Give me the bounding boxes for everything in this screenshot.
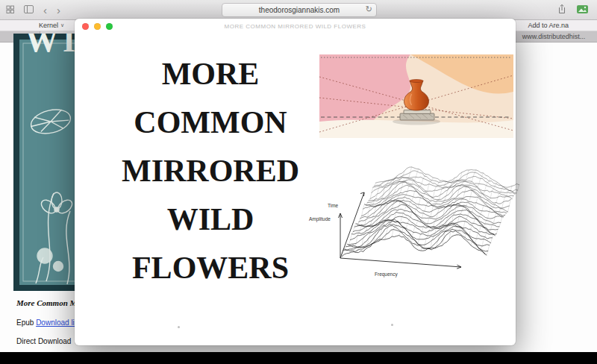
viewer-window: MORE COMMON MIRRORED WILD FLOWERS MORE C…: [75, 19, 516, 345]
favorites-kernel-label: Kernel: [39, 22, 58, 29]
toolbar-left-group: ‹ ›: [6, 0, 60, 19]
tab-distributedhist-label: www.distributedhist...: [522, 33, 586, 40]
epub-download-line: Epub Download link: [16, 318, 82, 327]
back-icon[interactable]: ‹: [43, 4, 47, 16]
direct-download-label: Direct Download: [16, 337, 71, 345]
share-icon[interactable]: [557, 4, 566, 16]
heading-line-1: MORE: [91, 50, 330, 98]
image-preview-icon[interactable]: [577, 3, 588, 16]
vase-illustration: [319, 54, 513, 141]
frequency-axis-label: Frequency: [375, 272, 398, 277]
slide-nav-dot-left[interactable]: [178, 326, 180, 328]
screen: ‹ › theodorosgiannakis.com ↻ Kernel ∨ Ad: [0, 0, 597, 364]
tab-distributedhist[interactable]: www.distributedhist...: [510, 31, 597, 42]
sidebar-icon[interactable]: [24, 5, 34, 15]
slide-nav-dot-right[interactable]: [391, 324, 393, 326]
time-axis-label: Time: [328, 203, 339, 208]
heading-line-3: MIRRORED: [91, 147, 330, 195]
epub-label: Epub: [16, 318, 34, 327]
heading-line-4: WILD: [91, 195, 330, 244]
favorites-folder-kernel[interactable]: Kernel ∨: [39, 22, 64, 29]
chevron-down-icon: ∨: [60, 22, 64, 28]
screen-bottom-bar: [0, 352, 597, 364]
tab-overview-icon[interactable]: [6, 5, 14, 15]
page-title: MORE COMMON MIRRORED WILD FLOWERS: [91, 50, 330, 292]
url-text: theodorosgiannakis.com: [259, 6, 340, 14]
browser-toolbar: ‹ › theodorosgiannakis.com ↻: [0, 0, 597, 20]
amplitude-axis-label: Amplitude: [309, 216, 331, 222]
window-titlebar[interactable]: MORE COMMON MIRRORED WILD FLOWERS: [75, 19, 516, 34]
toolbar-right-group: [557, 0, 588, 19]
heading-line-2: COMMON: [91, 98, 330, 147]
forward-icon[interactable]: ›: [57, 4, 60, 16]
heading-line-5: FLOWERS: [91, 244, 330, 292]
address-bar[interactable]: theodorosgiannakis.com ↻: [222, 3, 377, 17]
surface-plot-figure: Time Amplitude Frequency: [307, 155, 525, 289]
favorite-add-to-arena[interactable]: Add to Are.na: [528, 22, 569, 29]
window-title: MORE COMMON MIRRORED WILD FLOWERS: [75, 23, 516, 30]
reload-icon[interactable]: ↻: [366, 4, 372, 14]
